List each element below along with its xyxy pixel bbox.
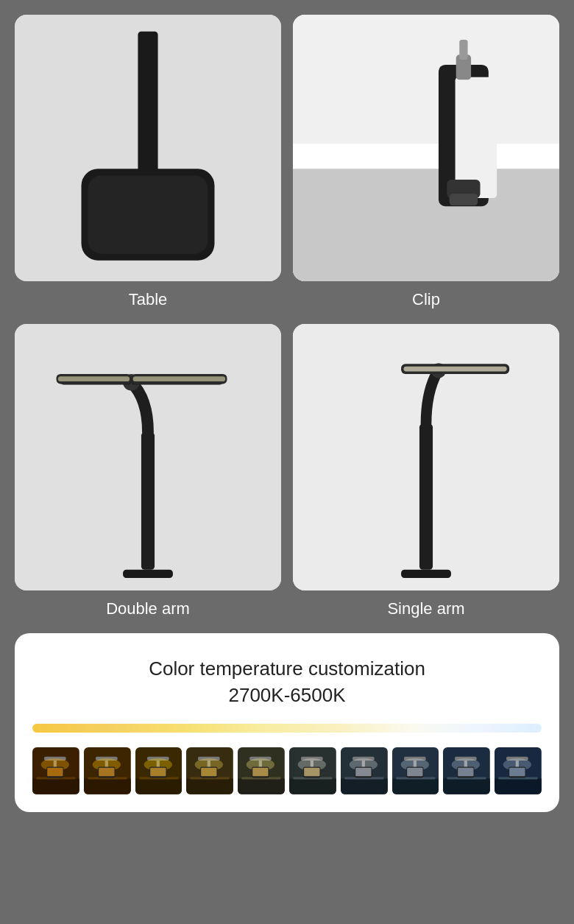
page-container: Table <box>15 15 559 812</box>
color-temp-title-line1: Color temperature customization <box>149 655 425 682</box>
svg-rect-94 <box>443 778 490 794</box>
double-arm-label: Double arm <box>106 599 190 621</box>
thumbnail-4500k <box>289 747 336 794</box>
svg-rect-78 <box>341 778 388 794</box>
svg-rect-100 <box>458 767 474 776</box>
svg-rect-1 <box>138 32 157 173</box>
table-card: Table <box>15 15 281 312</box>
clip-label: Clip <box>412 290 440 312</box>
color-temp-title: Color temperature customization 2700K-65… <box>149 655 425 709</box>
product-grid: Table <box>15 15 559 621</box>
svg-rect-46 <box>135 778 183 794</box>
svg-rect-28 <box>403 367 506 372</box>
svg-rect-30 <box>32 778 79 794</box>
svg-rect-62 <box>238 778 285 794</box>
svg-rect-10 <box>459 40 467 60</box>
clip-card: Clip <box>293 15 559 312</box>
svg-rect-21 <box>58 376 130 381</box>
svg-rect-76 <box>304 767 319 776</box>
svg-rect-60 <box>202 767 217 776</box>
thumbnail-2700k <box>32 747 79 794</box>
double-arm-card: Double arm <box>15 324 281 621</box>
color-temp-title-line2: 2700K-6500K <box>149 682 425 708</box>
svg-rect-92 <box>407 767 422 776</box>
svg-rect-70 <box>289 778 336 794</box>
thumbnail-3200k <box>135 747 183 794</box>
svg-rect-15 <box>141 432 155 570</box>
svg-rect-44 <box>99 767 114 776</box>
svg-rect-36 <box>47 767 63 776</box>
svg-rect-54 <box>186 778 233 794</box>
table-label: Table <box>129 290 168 312</box>
svg-rect-68 <box>252 767 268 776</box>
svg-rect-3 <box>88 175 208 253</box>
color-temp-thumbnails <box>32 747 542 794</box>
svg-rect-5 <box>293 144 559 169</box>
svg-rect-12 <box>450 194 478 205</box>
svg-rect-52 <box>150 767 166 776</box>
clip-image <box>293 15 559 281</box>
svg-rect-86 <box>392 778 439 794</box>
color-temp-slider[interactable] <box>32 724 542 733</box>
svg-rect-102 <box>495 778 542 794</box>
color-temp-card: Color temperature customization 2700K-65… <box>15 633 559 812</box>
table-image <box>15 15 281 281</box>
thumbnail-5500k <box>392 747 439 794</box>
thumbnail-6000k <box>443 747 490 794</box>
svg-rect-22 <box>133 376 226 381</box>
thumbnail-4000k <box>238 747 285 794</box>
svg-rect-108 <box>509 767 525 776</box>
single-arm-card: Single arm <box>293 324 559 621</box>
svg-rect-25 <box>419 424 433 570</box>
double-arm-image <box>15 324 281 590</box>
svg-rect-6 <box>293 169 559 281</box>
thumbnail-6500k <box>495 747 542 794</box>
thumbnail-3500k <box>186 747 233 794</box>
svg-rect-24 <box>401 570 451 578</box>
single-arm-label: Single arm <box>387 599 464 621</box>
thumbnail-5000k <box>341 747 388 794</box>
single-arm-image <box>293 324 559 590</box>
svg-rect-84 <box>355 767 371 776</box>
thumbnail-3000k <box>84 747 131 794</box>
svg-rect-14 <box>123 570 173 578</box>
svg-rect-38 <box>84 778 131 794</box>
